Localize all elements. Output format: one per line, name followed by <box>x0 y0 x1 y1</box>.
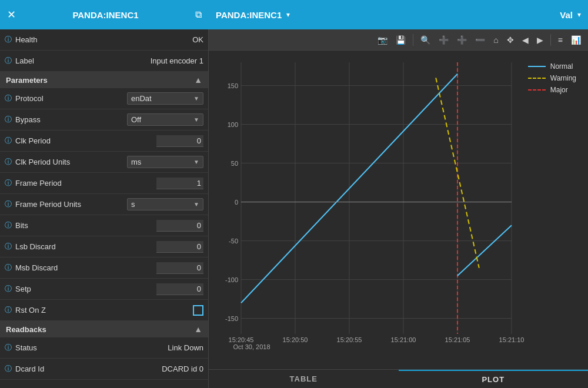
rst-on-z-checkbox[interactable] <box>193 305 203 316</box>
protocol-row: ⓘ Protocol enDat ▼ <box>0 88 208 109</box>
frame-period-input[interactable] <box>156 178 203 189</box>
home-icon[interactable]: ⌂ <box>491 34 500 46</box>
bits-label: Bits <box>15 221 156 230</box>
frame-period-units-label: Frame Period Units <box>15 200 127 209</box>
status-info-icon[interactable]: ⓘ <box>5 343 12 353</box>
bypass-dropdown[interactable]: Off ▼ <box>127 113 203 126</box>
setp-row: ⓘ Setp <box>0 279 208 300</box>
setp-info-icon[interactable]: ⓘ <box>5 284 12 294</box>
chart-canvas <box>209 51 588 369</box>
protocol-value: enDat <box>131 94 152 103</box>
frame-period-units-value: s <box>131 200 135 209</box>
readbacks-title: Readbacks <box>6 325 46 334</box>
bypass-dropdown-arrow: ▼ <box>193 116 199 123</box>
rst-on-z-info-icon[interactable]: ⓘ <box>5 305 12 315</box>
legend-major-label: Major <box>550 86 568 94</box>
label-value: Input encoder 1 <box>151 56 203 65</box>
frame-period-row: ⓘ Frame Period <box>0 173 208 194</box>
dcard-id-value: DCARD id 0 <box>162 364 203 373</box>
clk-period-units-info-icon[interactable]: ⓘ <box>5 157 12 167</box>
external-link-icon[interactable]: ⧉ <box>195 9 202 20</box>
frame-period-units-dropdown-arrow: ▼ <box>193 201 199 208</box>
parameters-title: Parameters <box>6 76 48 85</box>
zoom-in2-icon[interactable]: ➕ <box>455 34 469 46</box>
zoom-icon[interactable]: 🔍 <box>418 34 433 46</box>
clk-period-units-value: ms <box>131 158 141 166</box>
dcard-id-info-icon[interactable]: ⓘ <box>5 364 12 374</box>
zoom-out-icon[interactable]: ➖ <box>473 34 487 46</box>
chart-icon[interactable]: 📊 <box>569 34 583 46</box>
chart-area: Normal Warning Major <box>209 51 588 369</box>
clk-period-info-icon[interactable]: ⓘ <box>5 136 12 146</box>
bypass-label: Bypass <box>15 115 127 124</box>
status-row: ⓘ Status Link Down <box>0 337 208 359</box>
status-value: Link Down <box>168 343 203 352</box>
save-icon[interactable]: 💾 <box>393 34 408 46</box>
close-button[interactable]: ✕ <box>7 8 16 21</box>
clk-period-row: ⓘ Clk Period <box>0 131 208 152</box>
frame-period-units-info-icon[interactable]: ⓘ <box>5 199 12 209</box>
clk-period-input[interactable] <box>156 135 203 147</box>
bits-input[interactable] <box>156 220 203 232</box>
legend-normal: Normal <box>528 62 576 71</box>
label-row: ⓘ Label Input encoder 1 <box>0 51 208 72</box>
health-row: ⓘ Health OK <box>0 29 208 51</box>
legend-normal-line <box>528 66 546 67</box>
protocol-label: Protocol <box>15 94 127 103</box>
lsb-discard-row: ⓘ Lsb Discard <box>0 236 208 257</box>
table-tab[interactable]: TABLE <box>209 370 399 388</box>
legend-warning-label: Warning <box>550 74 576 82</box>
parameters-chevron: ▲ <box>194 75 202 85</box>
pan-icon[interactable]: ✥ <box>505 34 516 46</box>
setp-label: Setp <box>15 285 156 293</box>
clk-period-label: Clk Period <box>15 136 156 145</box>
bits-info-icon[interactable]: ⓘ <box>5 220 12 230</box>
readbacks-chevron: ▲ <box>194 325 202 334</box>
label-info-icon[interactable]: ⓘ <box>5 56 12 66</box>
msb-discard-label: Msb Discard <box>15 263 156 272</box>
lsb-discard-input[interactable] <box>156 241 203 253</box>
legend-warning: Warning <box>528 74 576 82</box>
camera-icon[interactable]: 📷 <box>375 34 390 46</box>
readbacks-section-header[interactable]: Readbacks ▲ <box>0 321 208 337</box>
bypass-row: ⓘ Bypass Off ▼ <box>0 109 208 131</box>
frame-period-info-icon[interactable]: ⓘ <box>5 178 12 188</box>
setp-input[interactable] <box>156 283 203 295</box>
frame-period-units-dropdown[interactable]: s ▼ <box>127 198 203 210</box>
clk-period-units-label: Clk Period Units <box>15 158 127 166</box>
chart-toolbar: 📷 💾 🔍 ➕ ➕ ➖ ⌂ ✥ ◀ ▶ ≡ 📊 <box>209 29 588 51</box>
bits-row: ⓘ Bits <box>0 215 208 236</box>
protocol-dropdown-arrow: ▼ <box>193 95 199 102</box>
prev-icon[interactable]: ◀ <box>520 34 531 46</box>
clk-period-units-dropdown[interactable]: ms ▼ <box>127 156 203 168</box>
bypass-value: Off <box>131 115 141 124</box>
chart-tabs: TABLE PLOT <box>209 369 588 388</box>
chart-legend: Normal Warning Major <box>528 62 576 94</box>
health-info-icon[interactable]: ⓘ <box>5 35 12 45</box>
right-panel-title: PANDA:INENC1 <box>216 10 282 20</box>
status-label: Status <box>15 343 168 352</box>
bypass-info-icon[interactable]: ⓘ <box>5 115 12 125</box>
clk-period-units-dropdown-arrow: ▼ <box>193 159 199 165</box>
msb-discard-input[interactable] <box>156 262 203 274</box>
protocol-info-icon[interactable]: ⓘ <box>5 93 12 103</box>
zoom-in-icon[interactable]: ➕ <box>436 34 451 46</box>
left-panel-title: PANDA:INENC1 <box>25 10 186 20</box>
lsb-discard-info-icon[interactable]: ⓘ <box>5 242 12 252</box>
msb-discard-info-icon[interactable]: ⓘ <box>5 263 12 273</box>
protocol-dropdown[interactable]: enDat ▼ <box>127 92 203 105</box>
legend-normal-label: Normal <box>550 62 573 71</box>
rst-on-z-row: ⓘ Rst On Z <box>0 300 208 321</box>
next-icon[interactable]: ▶ <box>534 34 546 46</box>
rst-on-z-label: Rst On Z <box>15 306 193 315</box>
dcard-id-label: Dcard Id <box>15 364 162 373</box>
lines-icon[interactable]: ≡ <box>556 34 565 46</box>
plot-tab[interactable]: PLOT <box>399 370 589 388</box>
clk-period-units-row: ⓘ Clk Period Units ms ▼ <box>0 152 208 173</box>
frame-period-label: Frame Period <box>15 179 156 188</box>
val-dropdown-button[interactable]: ▾ <box>577 11 581 19</box>
parameters-section-header[interactable]: Parameters ▲ <box>0 72 208 88</box>
lsb-discard-label: Lsb Discard <box>15 242 156 251</box>
legend-warning-line <box>528 78 546 79</box>
title-dropdown-button[interactable]: ▾ <box>286 11 290 19</box>
